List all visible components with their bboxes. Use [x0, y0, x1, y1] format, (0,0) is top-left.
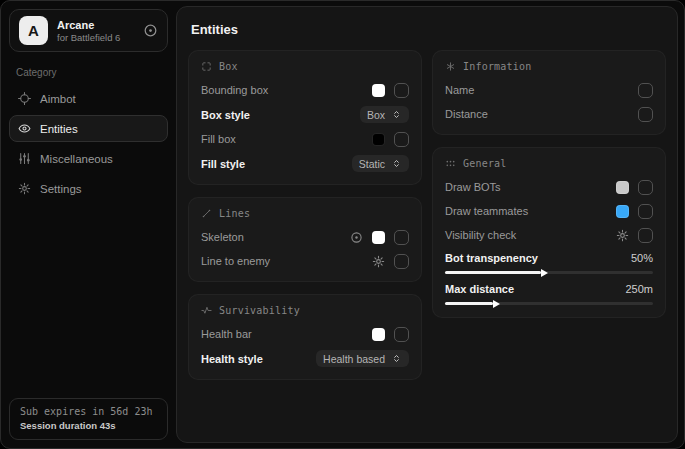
card-general: GeneralDraw BOTs Draw teammates Visibili…	[432, 147, 666, 318]
checkbox[interactable]	[638, 83, 653, 98]
target-icon[interactable]	[143, 23, 158, 38]
box-corners-icon	[201, 61, 212, 72]
sidebar-item-entities[interactable]: Entities	[9, 115, 168, 142]
row-controls: Box	[360, 106, 409, 123]
setting-row: Bot transpenency 50%	[445, 251, 653, 274]
checkbox[interactable]	[394, 83, 409, 98]
main-panel: Entities BoxBounding box Box style BoxFi…	[176, 6, 678, 443]
row-controls	[616, 180, 653, 195]
checkbox[interactable]	[638, 107, 653, 122]
setting-label: Draw teammates	[445, 205, 528, 217]
sidebar-item-label: Settings	[40, 183, 82, 195]
sidebar-spacer	[1, 202, 176, 390]
select-health-style[interactable]: Health based	[316, 350, 409, 367]
card-box: BoxBounding box Box style BoxFill box Fi…	[188, 50, 422, 185]
select-box-style[interactable]: Box	[360, 106, 409, 123]
crosshair-icon	[18, 92, 31, 105]
slider-fill	[445, 302, 493, 305]
page-title: Entities	[191, 22, 663, 37]
target-icon[interactable]	[350, 231, 363, 244]
color-swatch[interactable]	[372, 84, 385, 97]
slider-thumb[interactable]	[541, 269, 548, 277]
setting-row: Line to enemy	[201, 253, 409, 269]
slider-value: 50%	[631, 252, 653, 264]
sub-expiry-text: Sub expires in 56d 23h	[20, 406, 157, 417]
checkbox[interactable]	[394, 132, 409, 147]
sidebar-item-label: Entities	[40, 123, 78, 135]
card-lines: LinesSkeleton Line to enemy	[188, 197, 422, 282]
subscription-card: Sub expires in 56d 23h Session duration …	[9, 398, 168, 440]
gear-icon	[18, 182, 31, 195]
chevron-up-down-icon	[391, 109, 402, 120]
sidebar-item-aimbot[interactable]: Aimbot	[9, 85, 168, 112]
sidebar-item-miscellaneous[interactable]: Miscellaneous	[9, 145, 168, 172]
slider-thumb[interactable]	[493, 300, 500, 308]
profile-text: Arcane for Battlefield 6	[57, 19, 134, 43]
checkbox[interactable]	[638, 204, 653, 219]
select-fill-style[interactable]: Static	[352, 155, 409, 172]
card-header: General	[445, 158, 653, 169]
grid-icon	[445, 158, 456, 169]
checkbox[interactable]	[394, 254, 409, 269]
color-swatch[interactable]	[616, 181, 629, 194]
card-survivability: SurvivabilityHealth bar Health style Hea…	[188, 294, 422, 380]
slider-fill	[445, 271, 541, 274]
row-controls	[372, 83, 409, 98]
card-header: Information	[445, 61, 653, 72]
gear-icon[interactable]	[372, 255, 385, 268]
color-swatch[interactable]	[372, 328, 385, 341]
checkbox[interactable]	[394, 230, 409, 245]
setting-row: Health bar	[201, 326, 409, 342]
line-icon	[201, 208, 212, 219]
setting-label: Visibility check	[445, 229, 516, 241]
card-title: General	[463, 158, 507, 169]
color-swatch[interactable]	[372, 231, 385, 244]
sidebar-item-label: Miscellaneous	[40, 153, 113, 165]
sidebar-item-label: Aimbot	[40, 93, 76, 105]
setting-label: Max distance	[445, 283, 514, 295]
row-controls: Health based	[316, 350, 409, 367]
card-columns: BoxBounding box Box style BoxFill box Fi…	[188, 50, 666, 380]
setting-label: Distance	[445, 108, 488, 120]
card-title: Survivability	[219, 305, 300, 316]
gear-icon[interactable]	[616, 229, 629, 242]
setting-row: Draw teammates	[445, 203, 653, 219]
color-swatch[interactable]	[616, 205, 629, 218]
sidebar-item-settings[interactable]: Settings	[9, 175, 168, 202]
row-controls	[616, 228, 653, 243]
select-value: Health based	[323, 353, 385, 365]
slider[interactable]	[445, 271, 653, 274]
app-logo: A	[19, 16, 48, 45]
eye-icon	[18, 122, 31, 135]
select-value: Static	[359, 158, 385, 170]
checkbox[interactable]	[638, 228, 653, 243]
column-right: InformationName Distance GeneralDraw BOT…	[432, 50, 666, 318]
row-controls	[350, 230, 409, 245]
row-controls	[372, 254, 409, 269]
setting-row: Name	[445, 82, 653, 98]
setting-label: Bot transpenency	[445, 252, 538, 264]
row-controls	[616, 204, 653, 219]
card-title: Information	[463, 61, 531, 72]
checkbox[interactable]	[638, 180, 653, 195]
sliders-icon	[18, 152, 31, 165]
card-information: InformationName Distance	[432, 50, 666, 135]
app-name: Arcane	[57, 19, 134, 31]
select-value: Box	[367, 109, 385, 121]
sidebar: A Arcane for Battlefield 6 Category Aimb…	[1, 1, 176, 448]
setting-row: Box style Box	[201, 106, 409, 123]
slider-header: Max distance 250m	[445, 282, 653, 296]
setting-label: Name	[445, 84, 474, 96]
row-controls	[372, 132, 409, 147]
color-swatch[interactable]	[372, 133, 385, 146]
setting-row: Fill style Static	[201, 155, 409, 172]
setting-row: Distance	[445, 106, 653, 122]
column-left: BoxBounding box Box style BoxFill box Fi…	[188, 50, 422, 380]
setting-label: Bounding box	[201, 84, 268, 96]
slider[interactable]	[445, 302, 653, 305]
setting-label: Line to enemy	[201, 255, 270, 267]
slider-value: 250m	[625, 283, 653, 295]
sidebar-nav: AimbotEntitiesMiscellaneousSettings	[1, 85, 176, 202]
category-label: Category	[16, 67, 161, 78]
checkbox[interactable]	[394, 327, 409, 342]
